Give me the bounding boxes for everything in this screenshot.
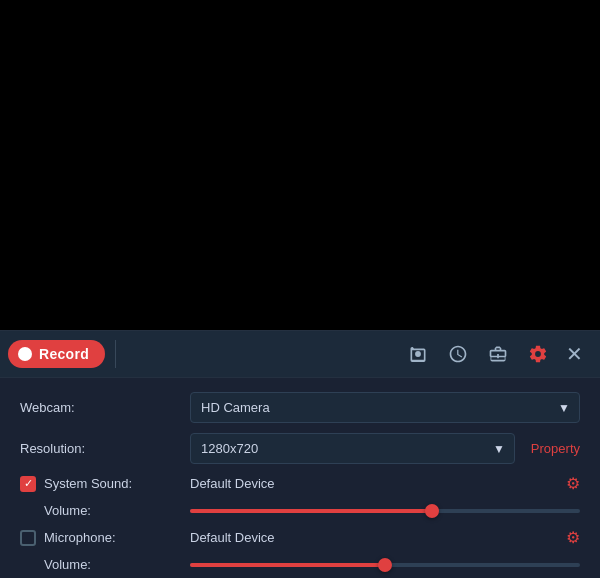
resolution-label: Resolution:	[20, 441, 190, 456]
system-volume-thumb[interactable]	[425, 504, 439, 518]
mic-gear-icon[interactable]: ⚙	[566, 528, 580, 547]
record-label: Record	[39, 346, 89, 362]
tools-button[interactable]	[480, 336, 516, 372]
microphone-row: Microphone:	[20, 530, 190, 546]
webcam-select-wrap: HD Camera Default Camera No Webcam ▼	[190, 392, 580, 423]
tools-icon	[488, 344, 508, 364]
close-button[interactable]: ✕	[556, 336, 592, 372]
system-gear-icon[interactable]: ⚙	[566, 474, 580, 493]
system-device-name: Default Device	[190, 476, 566, 491]
toolbar: Record ✕	[0, 330, 600, 378]
system-sound-checkmark: ✓	[24, 478, 33, 489]
mic-device-name: Default Device	[190, 530, 566, 545]
mic-volume-slider-wrap	[190, 563, 580, 567]
timer-button[interactable]	[440, 336, 476, 372]
system-sound-checkbox[interactable]: ✓	[20, 476, 36, 492]
microphone-checkbox[interactable]	[20, 530, 36, 546]
resolution-select-wrap: 1280x720 1920x1080 854x480 640x360 ▼	[190, 433, 515, 464]
clock-icon	[448, 344, 468, 364]
microphone-label: Microphone:	[44, 530, 116, 545]
system-volume-fill	[190, 509, 432, 513]
mic-volume-thumb[interactable]	[378, 558, 392, 572]
resolution-select[interactable]: 1280x720 1920x1080 854x480 640x360	[190, 433, 515, 464]
webcam-label: Webcam:	[20, 400, 190, 415]
gear-icon	[528, 344, 548, 364]
camera-preview	[0, 0, 600, 330]
record-button[interactable]: Record	[8, 340, 105, 368]
mic-device-row: Default Device ⚙	[190, 528, 580, 547]
camera-icon	[408, 344, 428, 364]
mic-volume-track[interactable]	[190, 563, 580, 567]
system-volume-label: Volume:	[20, 503, 190, 518]
system-volume-track[interactable]	[190, 509, 580, 513]
settings-panel: Webcam: HD Camera Default Camera No Webc…	[0, 378, 600, 578]
toolbar-icon-group	[400, 336, 556, 372]
system-device-row: Default Device ⚙	[190, 474, 580, 493]
record-dot	[18, 347, 32, 361]
toolbar-divider	[115, 340, 116, 368]
settings-button[interactable]	[520, 336, 556, 372]
system-sound-row: ✓ System Sound:	[20, 476, 190, 492]
property-link[interactable]: Property	[523, 441, 580, 456]
screenshot-button[interactable]	[400, 336, 436, 372]
system-volume-slider-wrap	[190, 509, 580, 513]
mic-volume-fill	[190, 563, 385, 567]
close-icon: ✕	[566, 342, 583, 366]
mic-volume-label: Volume:	[20, 557, 190, 572]
webcam-select[interactable]: HD Camera Default Camera No Webcam	[190, 392, 580, 423]
system-sound-label: System Sound:	[44, 476, 132, 491]
